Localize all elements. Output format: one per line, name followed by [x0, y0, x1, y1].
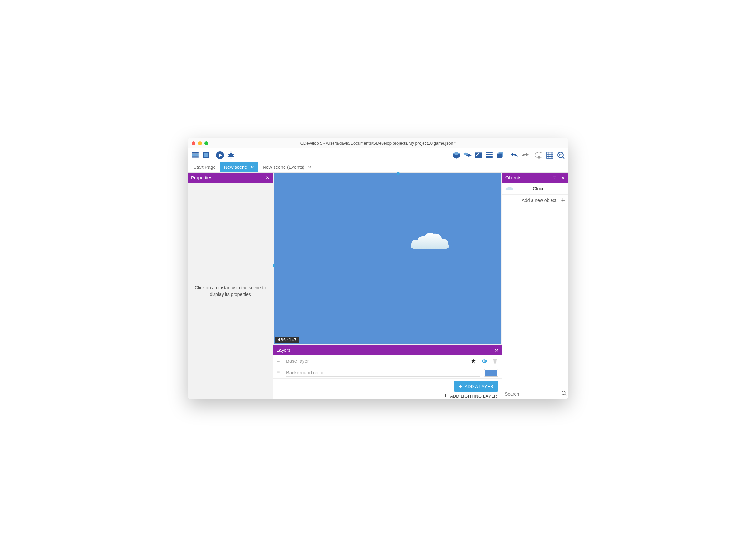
search-input[interactable]: [505, 392, 561, 396]
search-icon[interactable]: [561, 391, 567, 397]
layers-list: ≡ ≡: [273, 355, 502, 379]
minimize-window-icon[interactable]: [198, 141, 202, 145]
close-icon[interactable]: ✕: [308, 165, 312, 170]
filter-icon[interactable]: [552, 175, 557, 181]
svg-rect-20: [486, 154, 493, 154]
trash-icon[interactable]: [492, 358, 498, 364]
svg-rect-21: [486, 155, 493, 156]
svg-line-13: [233, 156, 234, 156]
svg-line-11: [233, 154, 234, 154]
svg-rect-27: [538, 156, 540, 157]
object-search: [502, 389, 568, 399]
drag-handle-icon[interactable]: ≡: [277, 371, 283, 374]
button-label: ADD A LAYER: [465, 384, 493, 389]
properties-empty-message: Click on an instance in the scene to dis…: [188, 183, 273, 399]
tab-new-scene[interactable]: New scene✕: [220, 162, 258, 172]
object-item-cloud[interactable]: Cloud ⋮: [502, 183, 568, 195]
scene-canvas[interactable]: 436;147: [274, 173, 501, 344]
svg-rect-4: [204, 153, 208, 157]
svg-point-37: [484, 360, 485, 361]
svg-rect-0: [192, 152, 199, 153]
visibility-icon[interactable]: [480, 358, 488, 364]
separator: [532, 151, 532, 160]
close-window-icon[interactable]: [192, 141, 196, 145]
window-title: GDevelop 5 - /Users/david/Documents/GDev…: [188, 141, 568, 145]
titlebar[interactable]: GDevelop 5 - /Users/david/Documents/GDev…: [188, 138, 568, 148]
svg-text:1:1: 1:1: [559, 153, 562, 156]
debug-button[interactable]: [225, 150, 236, 161]
svg-point-7: [229, 153, 233, 157]
toggle-mask-button[interactable]: [533, 150, 545, 161]
tab-label: New scene (Events): [263, 165, 304, 170]
instances-list-button[interactable]: [484, 150, 495, 161]
bg-color-input[interactable]: [286, 369, 480, 377]
svg-line-12: [228, 156, 229, 156]
properties-header[interactable]: Properties ✕: [188, 173, 273, 183]
close-icon[interactable]: ✕: [250, 165, 254, 170]
tab-start-page[interactable]: Start Page: [189, 162, 220, 172]
export-button[interactable]: [201, 150, 211, 161]
objects-header[interactable]: Objects ✕: [502, 173, 568, 183]
svg-line-10: [228, 154, 229, 154]
drag-handle-icon[interactable]: ≡: [277, 360, 283, 362]
button-label: ADD LIGHTING LAYER: [450, 394, 497, 398]
svg-point-41: [562, 391, 565, 395]
canvas-handle[interactable]: [397, 172, 399, 175]
objects-panel: Objects ✕ Cloud ⋮ Add a new object +: [502, 173, 568, 399]
undo-button[interactable]: [509, 150, 520, 161]
bg-color-swatch[interactable]: [484, 369, 498, 376]
separator: [213, 151, 213, 160]
object-editor-button[interactable]: [451, 150, 462, 161]
separator: [507, 151, 507, 160]
svg-rect-2: [192, 156, 199, 157]
svg-rect-22: [486, 157, 493, 158]
play-button[interactable]: [214, 150, 225, 161]
object-name: Cloud: [518, 186, 560, 191]
svg-rect-19: [486, 152, 493, 153]
add-layer-button[interactable]: + ADD A LAYER: [454, 381, 498, 392]
add-object-row[interactable]: Add a new object +: [502, 195, 568, 206]
panel-title: Properties: [191, 175, 212, 181]
add-object-label: Add a new object: [522, 198, 556, 203]
layer-row-bg: ≡: [273, 367, 502, 379]
toggle-grid-button[interactable]: [545, 150, 555, 161]
cloud-thumb-icon: [505, 186, 514, 192]
tab-label: Start Page: [194, 165, 216, 170]
layers-button[interactable]: [495, 150, 506, 161]
tab-new-scene-events[interactable]: New scene (Events)✕: [258, 162, 316, 172]
redo-button[interactable]: [520, 150, 531, 161]
svg-rect-28: [547, 152, 553, 158]
layer-row: ≡: [273, 355, 502, 367]
zoom-reset-button[interactable]: 1:1: [555, 150, 566, 161]
effects-icon[interactable]: [470, 358, 477, 364]
panel-title: Objects: [506, 175, 521, 181]
add-lighting-layer-button[interactable]: + ADD LIGHTING LAYER: [443, 393, 498, 399]
tab-bar: Start Page New scene✕ New scene (Events)…: [188, 162, 568, 173]
close-icon[interactable]: ✕: [561, 175, 565, 181]
scene-canvas-container: 436;147: [273, 173, 502, 345]
object-groups-button[interactable]: [462, 150, 473, 161]
svg-line-34: [562, 157, 564, 158]
close-icon[interactable]: ✕: [494, 347, 499, 353]
plus-icon: +: [561, 196, 565, 205]
coordinates-display: 436;147: [275, 337, 299, 343]
layer-name-input[interactable]: [286, 357, 466, 365]
svg-rect-24: [497, 153, 502, 158]
app-window: GDevelop 5 - /Users/david/Documents/GDev…: [188, 138, 568, 399]
layers-header[interactable]: Layers ✕: [273, 345, 502, 355]
kebab-menu-icon[interactable]: ⋮: [560, 185, 566, 192]
properties-panel: Properties ✕ Click on an instance in the…: [188, 173, 273, 399]
maximize-window-icon[interactable]: [205, 141, 208, 145]
svg-line-42: [565, 394, 566, 396]
panel-title: Layers: [277, 348, 290, 353]
project-manager-button[interactable]: [190, 150, 201, 161]
cloud-instance[interactable]: [408, 230, 453, 256]
tab-label: New scene: [224, 165, 247, 170]
properties-button[interactable]: [473, 150, 484, 161]
close-icon[interactable]: ✕: [265, 175, 270, 181]
toolbar: 1:1: [188, 148, 568, 162]
svg-rect-1: [192, 154, 199, 155]
canvas-handle[interactable]: [273, 264, 276, 267]
